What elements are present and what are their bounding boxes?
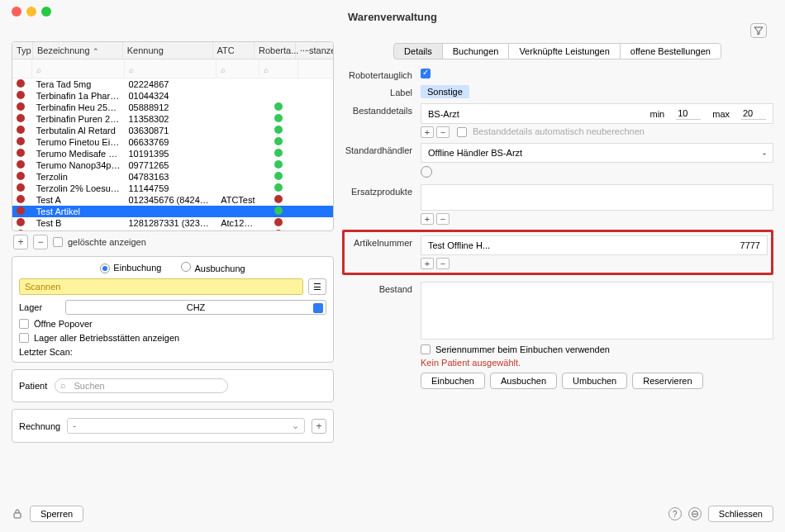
check-icon [274,102,283,111]
table-row[interactable]: Terumo Finetou Einma...06633769 [12,136,333,148]
show-deleted-checkbox[interactable] [53,237,63,247]
close-window-icon[interactable] [12,7,21,17]
tab-buchungen[interactable]: Buchungen [442,43,510,59]
cell-bezeichnung: Terumo Finetou Einma... [32,136,125,148]
einbuchen-button[interactable]: Einbuchen [421,373,485,389]
cell-bezeichnung: Terzolin [32,171,125,183]
umbuchen-button[interactable]: Umbuchen [562,373,627,389]
max-input[interactable] [741,107,766,120]
table-row[interactable]: Tera Tad 5mg02224867 [12,78,333,90]
bestand-list[interactable] [421,282,773,340]
warn-icon [17,114,25,122]
patient-search-input[interactable]: Suchen [55,378,228,393]
einbuchung-radio[interactable]: Einbuchung [100,263,161,273]
search-icon[interactable]: ⌕ [264,65,269,74]
search-icon[interactable]: ⌕ [221,65,226,74]
cell-kennung: 04783163 [125,171,217,183]
reservieren-button[interactable]: Reservieren [632,373,702,389]
bestand-label: Bestand [342,282,421,294]
cell-kennung: 11358302 [125,113,217,125]
ausbuchen-button[interactable]: Ausbuchen [490,373,557,389]
items-table[interactable]: Typ Bezeichnung ⌃ Kennung ATC Roberta...… [12,41,334,231]
table-row[interactable]: Terbinafin Puren 250mg11358302 [12,113,333,125]
table-row[interactable]: Terbutalin Al Retard03630871 [12,125,333,136]
bestand-remove-button[interactable]: − [436,126,450,138]
show-deleted-label: gelöschte anzeigen [68,237,146,247]
table-row[interactable]: Terzolin 2% Loesung11144759 [12,183,333,194]
col-atc[interactable]: ATC [213,42,255,59]
smile-icon [421,166,432,178]
rechnung-label: Rechnung [19,421,60,431]
bs-arzt: BS-Arzt [428,109,459,119]
remove-button[interactable]: − [33,235,48,249]
table-row[interactable]: Test B1281287331 (32323)Atc12312 [12,217,333,229]
table-row[interactable]: Terumo Medisafe Fit B...10191395 [12,148,333,159]
rechnung-panel: Rechnung -⌄ + [12,409,334,443]
col-kennung[interactable]: Kennung [123,42,213,59]
patient-panel: Patient Suchen [12,369,334,402]
scan-input[interactable]: Scannen [19,278,303,295]
auto-recalc-checkbox[interactable] [457,127,467,137]
schliessen-button[interactable]: Schliessen [708,506,773,522]
artikel-remove-button[interactable]: − [436,258,450,269]
footer: Sperren ? ⊖ Schliessen [12,506,773,522]
tab-bestellungen[interactable]: offene Bestellungen [620,43,721,59]
col-roboter[interactable]: Roberta... [255,42,296,59]
sperren-button[interactable]: Sperren [30,506,83,522]
cell-bezeichnung: Terbutalin Al Retard [32,125,125,136]
col-instanze[interactable]: ᠁stanze [296,42,333,59]
col-bezeichnung[interactable]: Bezeichnung ⌃ [33,42,123,59]
minimize-window-icon[interactable] [26,7,36,17]
artikel-add-button[interactable]: + [421,258,434,269]
max-label: max [712,109,730,119]
roboter-checkbox[interactable]: ✓ [421,69,431,78]
lock-icon[interactable] [12,508,23,520]
warn-icon [17,102,25,111]
table-row[interactable]: Test C1221312321 (23113...Atc12312 [12,229,333,230]
add-button[interactable]: + [13,235,28,249]
table-row[interactable]: Test A012345676 (842482...ATCTest [12,194,333,206]
ersatz-add-button[interactable]: + [421,213,434,225]
warn-icon [17,183,25,192]
table-row[interactable]: Test Artikel [12,206,333,217]
scan-list-button[interactable]: ☰ [308,278,326,295]
table-row[interactable]: Terbinafin Heu 250mg...05888912 [12,102,333,113]
warn-icon [17,91,25,99]
tab-leistungen[interactable]: Verknüpfte Leistungen [508,43,620,59]
seriennummer-checkbox[interactable] [421,344,431,354]
rechnung-add-button[interactable]: + [312,419,326,434]
all-sites-checkbox[interactable] [19,333,29,343]
table-row[interactable]: Terzolin04783163 [12,171,333,183]
ersatz-list[interactable] [421,184,773,211]
table-row[interactable]: Terumo Nanop34p K3...09771265 [12,159,333,171]
bestand-add-button[interactable]: + [421,126,434,138]
warn-icon [17,160,25,169]
ersatz-remove-button[interactable]: − [436,213,450,225]
ausbuchung-radio[interactable]: Ausbuchung [181,262,245,273]
table-row[interactable]: Terbinafin 1a Pharma...01044324 [12,90,333,102]
search-icon[interactable]: ⌕ [36,65,41,74]
col-typ[interactable]: Typ [12,42,33,59]
help-icon[interactable]: ? [668,507,682,520]
lager-select[interactable]: CHZ [65,300,326,315]
bestanddetails-row[interactable]: BS-Arzt min max [421,103,773,124]
cell-kennung: 09771265 [125,159,217,171]
artikelnummer-highlight: Artikelnummer Test Offline H... 7777 + − [342,230,773,275]
artikelnummer-row[interactable]: Test Offline H... 7777 [421,235,768,255]
cell-atc [216,164,259,166]
tab-details[interactable]: Details [393,43,443,59]
filter-button[interactable] [750,23,767,38]
popover-checkbox[interactable] [19,319,29,329]
minus-icon[interactable]: ⊖ [688,507,702,520]
maximize-window-icon[interactable] [41,7,51,17]
window-controls [12,7,51,17]
warn-icon [274,218,283,226]
label-tag[interactable]: Sonstige [421,85,469,98]
window-title: Warenverwaltung [12,12,773,23]
cell-kennung: 05888912 [125,102,217,113]
min-input[interactable] [676,107,701,120]
cell-bezeichnung: Terbinafin Puren 250mg [32,113,125,125]
rechnung-select[interactable]: -⌄ [67,418,305,434]
dealer-row[interactable]: Offline Händler BS-Arzt - [421,143,773,163]
search-icon[interactable]: ⌕ [129,65,134,74]
